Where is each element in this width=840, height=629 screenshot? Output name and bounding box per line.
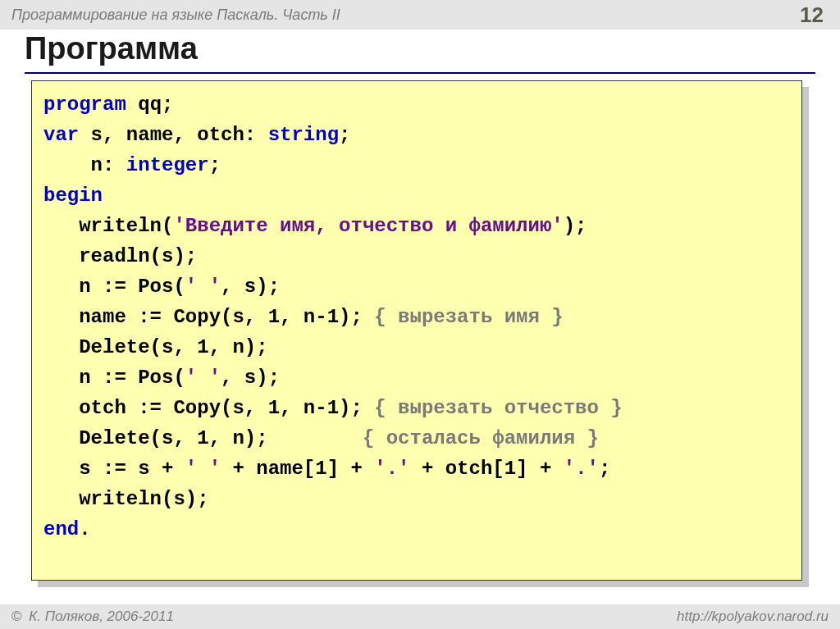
comment: { осталась фамилия } [363,427,599,449]
kw-begin: begin [43,185,103,207]
slide-heading: Программа [25,31,198,66]
code-text: , s); [221,367,280,389]
code-text: + name[1] + [221,458,374,480]
code-text: writeln( [43,215,173,237]
header-bar: Программирование на языке Паскаль. Часть… [0,0,840,30]
string-literal: ' ' [185,458,221,480]
code-text: ; [339,124,350,146]
code-text: writeln(s); [43,488,209,510]
kw-program: program [43,93,126,116]
code-text: + otch[1] + [410,458,564,480]
code-text: ); [564,215,587,237]
code-text: . [79,518,90,540]
heading-rule [25,72,815,74]
page-number: 12 [800,2,829,28]
string-literal: 'Введите имя, отчество и фамилию' [173,215,563,237]
kw-var: var [43,124,79,146]
code-text: n: [43,154,126,176]
header-title: Программирование на языке Паскаль. Часть… [11,7,340,24]
code-text: s, name, otch: [79,124,267,146]
footer-url: http://kpolyakov.narod.ru [677,608,829,625]
string-literal: ' ' [185,367,221,389]
code-text: n := Pos( [43,276,185,298]
copyright-icon: © [11,608,22,624]
code-text: , s); [221,276,280,298]
string-literal: '.' [374,458,409,480]
code-text: otch := Copy(s, 1, n-1); [43,397,374,419]
comment: { вырезать отчество } [374,397,622,419]
string-literal: ' ' [185,276,221,298]
copyright-text: К. Поляков, 2006-2011 [25,608,174,624]
code-block: program qq; var s, name, otch: string; n… [31,80,802,581]
code-text: Delete(s, 1, n); [43,336,268,358]
kw-integer: integer [126,154,209,176]
comment: { вырезать имя } [374,306,563,328]
code-text: name := Copy(s, 1, n-1); [43,306,374,328]
code-text: s := s + [43,458,185,480]
code-text: n := Pos( [43,367,185,389]
footer-copyright: © К. Поляков, 2006-2011 [11,608,174,625]
code-block-wrap: program qq; var s, name, otch: string; n… [31,80,802,581]
code-text: ; [209,154,221,176]
kw-string: string [268,124,339,146]
code-text: qq; [126,93,174,116]
footer-bar: © К. Поляков, 2006-2011 http://kpolyakov… [0,604,840,629]
code-text: ; [599,458,610,480]
code-text: Delete(s, 1, n); [43,427,363,449]
string-literal: '.' [564,458,599,480]
code-text: readln(s); [43,245,197,267]
kw-end: end [43,518,79,540]
slide: Программирование на языке Паскаль. Часть… [0,0,840,629]
